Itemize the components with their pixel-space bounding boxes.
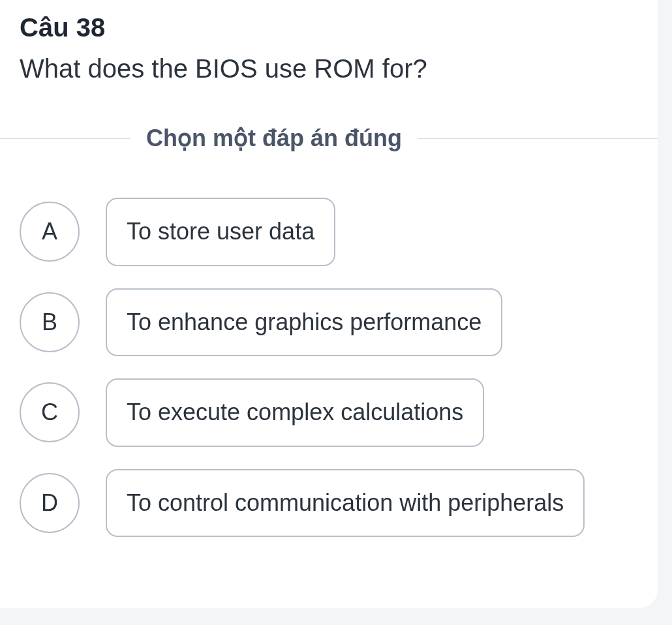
question-card: Câu 38 What does the BIOS use ROM for? C… bbox=[0, 0, 658, 608]
divider-line-left bbox=[0, 138, 130, 139]
option-letter-circle: C bbox=[20, 382, 80, 442]
option-text-box: To control communication with peripheral… bbox=[106, 469, 585, 538]
option-c[interactable]: C To execute complex calculations bbox=[20, 378, 638, 447]
option-letter-circle: D bbox=[20, 473, 80, 533]
instruction-divider: Chọn một đáp án đúng bbox=[20, 125, 638, 152]
instruction-text: Chọn một đáp án đúng bbox=[146, 125, 402, 152]
options-list: A To store user data B To enhance graphi… bbox=[20, 198, 638, 537]
scrollbar-track[interactable] bbox=[668, 0, 672, 625]
option-d[interactable]: D To control communication with peripher… bbox=[20, 469, 638, 538]
question-number: Câu 38 bbox=[20, 13, 638, 42]
option-letter-circle: A bbox=[20, 202, 80, 262]
option-letter-circle: B bbox=[20, 292, 80, 352]
option-text-box: To enhance graphics performance bbox=[106, 288, 502, 357]
option-b[interactable]: B To enhance graphics performance bbox=[20, 288, 638, 357]
question-text: What does the BIOS use ROM for? bbox=[20, 52, 638, 85]
option-text-box: To execute complex calculations bbox=[106, 378, 484, 447]
divider-line-right bbox=[418, 138, 658, 139]
option-text-box: To store user data bbox=[106, 198, 335, 266]
option-a[interactable]: A To store user data bbox=[20, 198, 638, 266]
